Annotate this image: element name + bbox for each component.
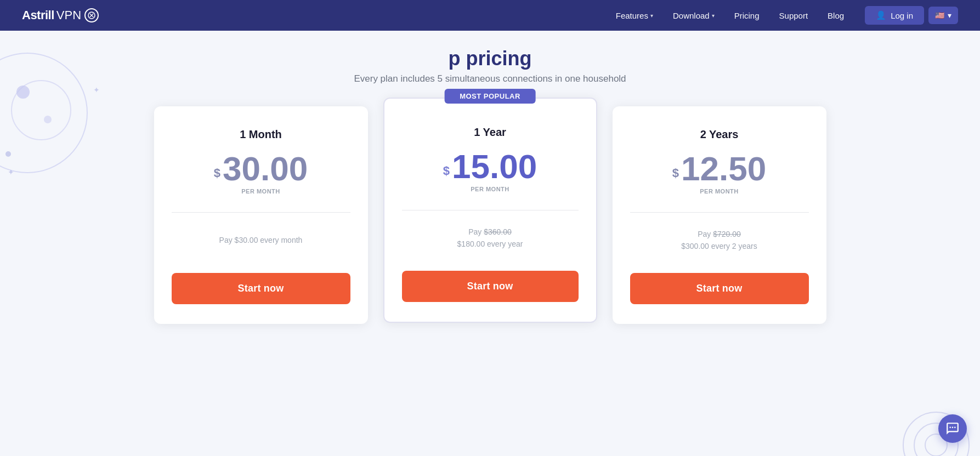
plan-1month-dollar: $	[214, 166, 220, 180]
deco-dot1	[16, 86, 30, 99]
login-button[interactable]: 👤 Log in	[865, 6, 924, 25]
deco-dot2	[44, 116, 52, 123]
pricing-cards: 1 Month $ 30.00 PER MONTH Pay $30.00 eve…	[33, 106, 947, 324]
deco-dot3	[5, 151, 11, 157]
page-title: p pricing	[33, 47, 947, 70]
plan-1month-price-row: $ 30.00	[214, 152, 308, 186]
nav-features[interactable]: Features ▾	[608, 8, 661, 24]
page-subtitle: p pricing Every plan includes 5 simultan…	[33, 47, 947, 84]
plan-2years-pay-info: Pay $720.00 $300.00 every 2 years	[681, 224, 757, 256]
plan-2years-pay-line2: $300.00 every 2 years	[681, 240, 757, 252]
navbar: AstrillVPN Features ▾ Download ▾ Pricing…	[0, 0, 980, 31]
nav-links: Features ▾ Download ▾ Pricing Support Bl…	[608, 8, 852, 24]
logo-icon	[84, 8, 99, 22]
deco-star2: ✦	[93, 86, 100, 94]
page-tagline: Every plan includes 5 simultaneous conne…	[33, 73, 947, 84]
plan-2years-strikethrough: $720.00	[713, 230, 741, 238]
plan-1month-cta[interactable]: Start now	[172, 273, 350, 304]
plan-2years-amount: 12.50	[681, 152, 766, 186]
svg-point-6	[949, 427, 951, 429]
plan-1year-period: PER MONTH	[471, 186, 509, 192]
popular-badge: MOST POPULAR	[444, 89, 536, 104]
plan-2years-period: PER MONTH	[700, 188, 739, 195]
plan-1year: MOST POPULAR 1 Year $ 15.00 PER MONTH Pa…	[383, 98, 597, 323]
plan-2years-divider	[630, 212, 809, 213]
plan-1year-divider	[402, 210, 579, 210]
plan-1year-price-row: $ 15.00	[443, 150, 537, 184]
nav-support[interactable]: Support	[772, 8, 816, 24]
nav-right: 👤 Log in 🇺🇸 ▾	[865, 6, 958, 25]
plan-1year-strikethrough: $360.00	[484, 227, 512, 236]
plan-1year-amount: 15.00	[452, 150, 537, 184]
plan-2years: 2 Years $ 12.50 PER MONTH Pay $720.00 $3…	[613, 106, 826, 324]
plan-1month-amount: 30.00	[223, 152, 308, 186]
deco-star1: ✦	[8, 168, 14, 176]
nav-blog[interactable]: Blog	[820, 8, 852, 24]
chat-icon	[945, 421, 960, 436]
plan-1year-cta[interactable]: Start now	[402, 271, 579, 302]
plan-1month-divider	[172, 212, 350, 213]
deco-bottom-right	[892, 368, 980, 456]
plan-1year-dollar: $	[443, 164, 450, 178]
svg-point-7	[952, 427, 954, 429]
plan-1year-pay-info: Pay $360.00 $180.00 every year	[457, 221, 523, 254]
plan-2years-cta[interactable]: Start now	[630, 273, 809, 304]
plan-2years-dollar: $	[672, 166, 679, 180]
nav-pricing[interactable]: Pricing	[727, 8, 767, 24]
logo[interactable]: AstrillVPN	[22, 8, 99, 22]
logo-text: Astrill	[22, 8, 54, 22]
language-selector[interactable]: 🇺🇸 ▾	[928, 7, 958, 24]
logo-vpn: VPN	[56, 8, 81, 22]
plan-1year-title: 1 Year	[474, 126, 506, 139]
main-content: ✦ ✦ p pricing Every plan includes 5 simu…	[0, 31, 980, 456]
plan-1month-title: 1 Month	[240, 128, 282, 141]
plan-2years-title: 2 Years	[700, 128, 739, 141]
plan-1month-pay-info: Pay $30.00 every month	[219, 224, 303, 256]
chat-bubble[interactable]	[938, 414, 967, 443]
plan-1month: 1 Month $ 30.00 PER MONTH Pay $30.00 eve…	[154, 106, 368, 324]
svg-point-8	[954, 427, 956, 429]
nav-download[interactable]: Download ▾	[665, 8, 722, 24]
plan-2years-price-row: $ 12.50	[672, 152, 766, 186]
plan-1year-pay-line2: $180.00 every year	[457, 238, 523, 250]
plan-1month-period: PER MONTH	[241, 188, 280, 195]
